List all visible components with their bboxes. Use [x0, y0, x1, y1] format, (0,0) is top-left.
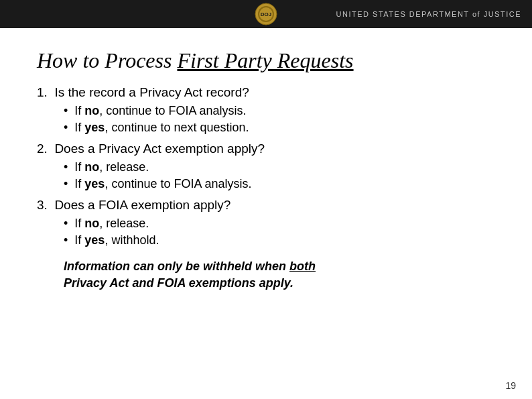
page-number: 19 — [505, 380, 516, 391]
bullet-list-3: If no, release. If yes, withhold. — [64, 217, 495, 247]
bullet-2-2: If yes, continue to FOIA analysis. — [64, 177, 495, 191]
bullet-3-2: If yes, withhold. — [64, 233, 495, 247]
item1-number: 1. Is the record a Privacy Act record? — [37, 85, 249, 99]
slide-title: How to Process First Party Requests — [37, 48, 495, 73]
doj-seal: DOJ — [255, 3, 277, 25]
numbered-item-2: 2. Does a Privacy Act exemption apply? — [37, 141, 495, 156]
bullet-1-2: If yes, continue to next question. — [64, 121, 495, 135]
bottom-note: Information can only be withheld when bo… — [64, 258, 495, 292]
bullet-3-1: If no, release. — [64, 217, 495, 231]
bottom-note-line2: Privacy Act and FOIA exemptions apply. — [64, 276, 293, 290]
bullet-list-2: If no, release. If yes, continue to FOIA… — [64, 160, 495, 191]
title-underlined: First Party Requests — [177, 48, 353, 72]
header-bar: DOJ UNITED STATES DEPARTMENT of JUSTICE — [0, 0, 532, 28]
title-prefix: How to Process — [37, 48, 177, 72]
bullet-1-1: If no, continue to FOIA analysis. — [64, 104, 495, 118]
numbered-item-1: 1. Is the record a Privacy Act record? — [37, 85, 495, 100]
header-title: UNITED STATES DEPARTMENT of JUSTICE — [336, 10, 521, 18]
numbered-item-3: 3. Does a FOIA exemption apply? — [37, 198, 495, 213]
slide-content: How to Process First Party Requests 1. I… — [0, 28, 532, 305]
bullet-list-1: If no, continue to FOIA analysis. If yes… — [64, 104, 495, 135]
bottom-note-line1: Information can only be withheld when bo… — [64, 260, 316, 273]
svg-text:DOJ: DOJ — [261, 11, 271, 17]
item2-number: 2. Does a Privacy Act exemption apply? — [37, 141, 265, 156]
bullet-2-1: If no, release. — [64, 160, 495, 174]
item3-number: 3. Does a FOIA exemption apply? — [37, 198, 230, 212]
